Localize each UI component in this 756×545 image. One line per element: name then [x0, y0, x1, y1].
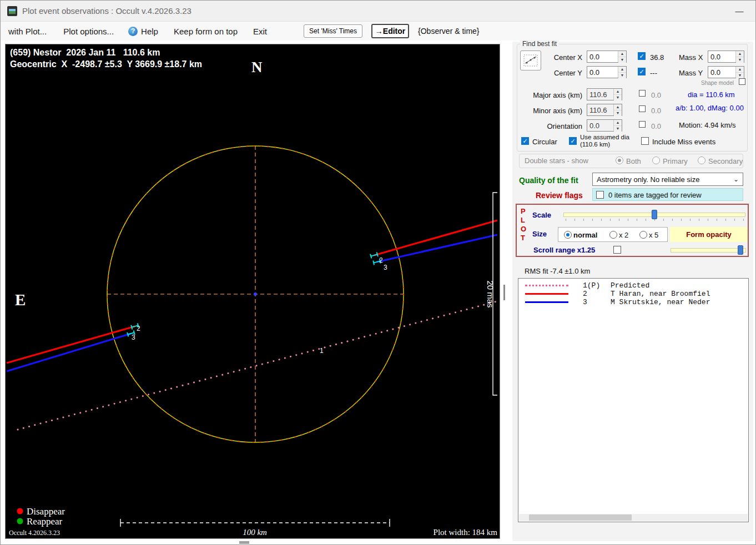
double-both-radio[interactable] — [616, 157, 623, 164]
mass-x-spinner[interactable]: 0.0 ▲ ▼ — [708, 51, 744, 63]
spin-down-icon[interactable]: ▼ — [736, 73, 744, 78]
double-primary-label: Primary — [663, 157, 688, 165]
fit-orientation-checkbox[interactable] — [639, 121, 646, 128]
spin-down-icon[interactable]: ▼ — [614, 126, 622, 132]
dropdown-arrow-icon: ⌄ — [733, 175, 739, 183]
spin-up-icon[interactable]: ▲ — [736, 51, 744, 57]
double-both-label: Both — [626, 157, 641, 165]
size-label: Size — [532, 230, 547, 238]
mass-y-spin-buttons[interactable]: ▲ ▼ — [735, 67, 744, 78]
mass-x-spin-buttons[interactable]: ▲ ▼ — [735, 51, 744, 62]
scale-slider-thumb[interactable] — [652, 210, 657, 219]
observer-row-2[interactable]: 2 T Haran, near Broomfiel — [518, 290, 748, 298]
spin-up-icon[interactable]: ▲ — [614, 89, 622, 95]
mass-x-value: 0.0 — [708, 51, 735, 62]
center-y-value: 0.0 — [587, 67, 618, 78]
major-axis-spin-buttons[interactable]: ▲ ▼ — [613, 89, 622, 100]
spin-down-icon[interactable]: ▼ — [736, 57, 744, 63]
fit-center-x-checkbox[interactable]: ✓ — [638, 52, 646, 60]
title-bar: Plot event observations : Occult v.4.202… — [1, 1, 755, 22]
spin-down-icon[interactable]: ▼ — [618, 57, 626, 63]
mass-y-spinner[interactable]: 0.0 ▲ ▼ — [708, 66, 744, 78]
orientation-spin-buttons[interactable]: ▲ ▼ — [613, 120, 622, 131]
form-opacity-label: Form opacity — [686, 230, 732, 239]
minor-axis-spin-buttons[interactable]: ▲ ▼ — [613, 104, 622, 115]
menu-with-plot[interactable]: with Plot... — [8, 27, 47, 36]
scroll-range-checkbox[interactable] — [613, 246, 621, 254]
hscrollbar-thumb[interactable] — [529, 514, 632, 521]
fit-minor-checkbox[interactable] — [639, 105, 646, 112]
orientation-value: 0.0 — [587, 120, 613, 131]
observer-row-predicted[interactable]: 1(P) Predicted — [518, 281, 748, 290]
east-label: E — [15, 291, 26, 309]
scroll-range-slider-track[interactable] — [671, 248, 746, 253]
menu-keep-on-top[interactable]: Keep form on top — [174, 27, 238, 36]
spin-up-icon[interactable]: ▲ — [618, 67, 626, 73]
menu-exit[interactable]: Exit — [253, 27, 267, 36]
plot-letter-t: T — [521, 234, 525, 242]
orientation-label: Orientation — [528, 122, 582, 130]
size-normal-radio[interactable] — [564, 231, 572, 239]
spin-up-icon[interactable]: ▲ — [618, 51, 626, 57]
orientation-spinner[interactable]: 0.0 ▲ ▼ — [587, 119, 622, 132]
spin-down-icon[interactable]: ▼ — [614, 110, 622, 116]
splitter-handle[interactable] — [503, 285, 505, 300]
chord-2-west-label: 2 — [137, 325, 140, 332]
major-axis-spinner[interactable]: 110.6 ▲ ▼ — [587, 88, 622, 100]
menu-plot-options[interactable]: Plot options... — [63, 27, 114, 36]
minimize-button[interactable]: — — [730, 6, 749, 16]
circular-checkbox[interactable]: ✓ — [521, 137, 529, 145]
spin-down-icon[interactable]: ▼ — [614, 95, 622, 100]
spin-down-icon[interactable]: ▼ — [618, 73, 626, 78]
form-opacity-button[interactable]: Form opacity — [670, 227, 748, 242]
size-normal-label: normal — [573, 231, 597, 239]
mass-y-value: 0.0 — [708, 67, 735, 78]
double-stars-label: Double stars - show — [525, 157, 588, 165]
center-x-spinner[interactable]: 0.0 ▲ ▼ — [587, 51, 627, 63]
plot-letter-p: P — [521, 207, 526, 215]
size-x5-radio[interactable] — [639, 231, 647, 239]
use-assumed-dia-checkbox[interactable]: ✓ — [569, 137, 577, 145]
center-x-spin-buttons[interactable]: ▲ ▼ — [618, 51, 626, 62]
plot-svg: 1 2 3 2 3 N E — [6, 44, 500, 538]
observer-row-3[interactable]: 3 M Skrutskie, near Neder — [518, 298, 748, 306]
observer-list[interactable]: 1(P) Predicted 2 T Haran, near Broomfiel… — [518, 278, 749, 522]
quality-dropdown[interactable]: Astrometry only. No reliable size ⌄ — [592, 173, 743, 186]
double-primary-radio[interactable] — [652, 157, 660, 164]
spin-up-icon[interactable]: ▲ — [614, 120, 622, 126]
plot-version-label: Occult 4.2026.3.23 — [9, 529, 60, 537]
observer-list-hscrollbar[interactable] — [519, 514, 748, 521]
double-secondary-radio[interactable] — [698, 157, 705, 164]
review-flags-checkbox[interactable] — [596, 191, 604, 199]
minor-axis-label: Minor axis (km) — [528, 107, 582, 115]
observer-name: M Skrutskie, near Neder — [611, 298, 710, 306]
bottom-scroll-thumb[interactable] — [239, 541, 249, 544]
size-x5-label: x 5 — [649, 231, 658, 239]
review-flags-label: Review flags — [536, 191, 583, 200]
plot-geocentric-info: Geocentric X -2498.7 ±5.3 Y 3669.9 ±18.7… — [10, 59, 202, 69]
disappear-dot-icon — [17, 508, 23, 514]
menu-bar: with Plot... Plot options... ? Help Keep… — [1, 22, 755, 41]
editor-button[interactable]: →Editor — [371, 24, 409, 38]
menu-help[interactable]: ? Help — [128, 27, 158, 36]
spin-up-icon[interactable]: ▲ — [614, 104, 622, 110]
scroll-range-slider-thumb[interactable] — [738, 245, 743, 255]
size-x2-radio[interactable] — [609, 231, 617, 239]
include-miss-checkbox[interactable] — [641, 137, 649, 145]
shape-model-checkbox[interactable] — [739, 78, 745, 85]
control-panel: Find best fit Center X 0.0 ▲ ▼ ✓ 36.8 Ma… — [512, 42, 753, 541]
help-icon: ? — [128, 27, 138, 36]
check-icon: ✓ — [638, 53, 645, 59]
spin-up-icon[interactable]: ▲ — [736, 67, 744, 73]
axis-ratio-info: a/b: 1.00, dMag: 0.00 — [676, 104, 744, 112]
fit-major-checkbox[interactable] — [639, 90, 646, 97]
minor-axis-spinner[interactable]: 110.6 ▲ ▼ — [587, 104, 622, 116]
center-y-spinner[interactable]: 0.0 ▲ ▼ — [587, 66, 627, 78]
best-fit-button[interactable] — [520, 51, 541, 70]
fit-center-y-checkbox[interactable]: ✓ — [638, 68, 646, 75]
major-axis-value: 110.6 — [587, 89, 613, 100]
occultation-plot-canvas[interactable]: (659) Nestor 2026 Jan 11 110.6 km Geocen… — [5, 44, 500, 539]
set-miss-times-button[interactable]: Set 'Miss' Times — [304, 24, 362, 38]
chord-3-west — [7, 334, 131, 371]
center-y-spin-buttons[interactable]: ▲ ▼ — [618, 67, 626, 78]
